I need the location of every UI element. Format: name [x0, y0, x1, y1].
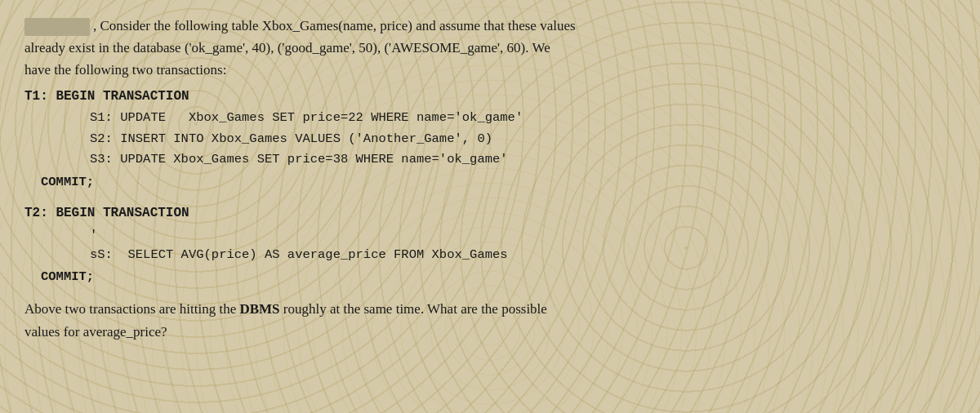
t1-commit: COMMIT;	[24, 172, 956, 192]
t2-label: T2: BEGIN TRANSACTION	[24, 203, 956, 224]
conclusion-line1: Above two transactions are hitting the D…	[24, 301, 547, 317]
intro-line1: , Consider the following table Xbox_Game…	[93, 18, 576, 33]
t1-label: T1: BEGIN TRANSACTION	[24, 87, 956, 107]
intro-text: , Consider the following table Xbox_Game…	[24, 15, 956, 82]
conclusion-text: Above two transactions are hitting the D…	[24, 298, 956, 342]
conclusion-line2: values for average_price?	[24, 324, 167, 340]
intro-block: , Consider the following table Xbox_Game…	[24, 15, 956, 82]
conclusion-block: Above two transactions are hitting the D…	[24, 298, 956, 342]
intro-line2: already exist in the database ('ok_game'…	[24, 40, 550, 56]
page-content: , Consider the following table Xbox_Game…	[0, 0, 980, 413]
t1-s3: S3: UPDATE Xbox_Games SET price=38 WHERE…	[90, 149, 956, 171]
t2-tick: '	[24, 225, 956, 245]
t2-ss: sS: SELECT AVG(price) AS average_price F…	[90, 245, 956, 266]
t2-commit: COMMIT;	[24, 267, 956, 286]
t1-s2: S2: INSERT INTO Xbox_Games VALUES ('Anot…	[90, 129, 956, 150]
intro-line3: have the following two transactions:	[24, 62, 226, 78]
t1-statements: S1: UPDATE Xbox_Games SET price=22 WHERE…	[24, 108, 956, 171]
t1-block: T1: BEGIN TRANSACTION S1: UPDATE Xbox_Ga…	[24, 87, 956, 193]
t1-s1: S1: UPDATE Xbox_Games SET price=22 WHERE…	[90, 108, 956, 129]
t2-block: T2: BEGIN TRANSACTION ' sS: SELECT AVG(p…	[24, 203, 956, 286]
truncated-image-area	[24, 18, 90, 36]
t2-statements: sS: SELECT AVG(price) AS average_price F…	[24, 245, 956, 266]
